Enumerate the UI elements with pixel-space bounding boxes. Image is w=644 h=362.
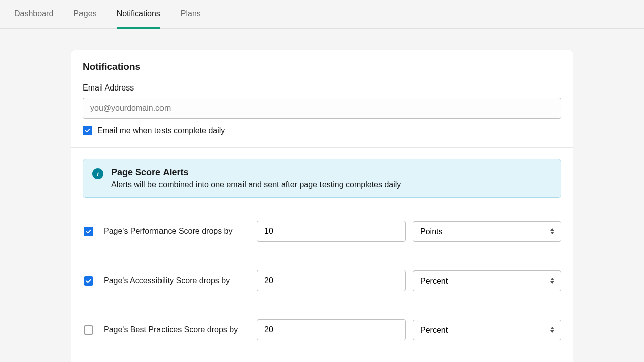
daily-email-label: Email me when tests complete daily xyxy=(97,126,225,135)
page-title: Notifications xyxy=(83,61,561,72)
performance-label: Page's Performance Score drops by xyxy=(104,227,250,236)
notifications-card: Notifications Email Address Email me whe… xyxy=(71,50,573,362)
best-practices-value-input[interactable] xyxy=(257,319,406,340)
accessibility-unit-select[interactable]: Percent xyxy=(413,270,561,291)
performance-unit-select[interactable]: Points xyxy=(413,221,561,242)
performance-checkbox[interactable] xyxy=(84,227,93,236)
email-field[interactable] xyxy=(83,98,561,119)
accessibility-label: Page's Accessibility Score drops by xyxy=(104,276,250,285)
best-practices-unit-select[interactable]: Percent xyxy=(413,320,561,340)
alert-row-performance: Page's Performance Score drops by Points xyxy=(83,221,561,242)
best-practices-label: Page's Best Practices Score drops by xyxy=(104,325,250,334)
banner-text: Alerts will be combined into one email a… xyxy=(111,180,401,189)
tab-dashboard[interactable]: Dashboard xyxy=(14,0,53,29)
accessibility-checkbox[interactable] xyxy=(84,276,93,286)
banner-title: Page Score Alerts xyxy=(111,167,401,178)
info-banner: i Page Score Alerts Alerts will be combi… xyxy=(83,159,561,198)
tab-notifications[interactable]: Notifications xyxy=(117,0,160,29)
tab-pages[interactable]: Pages xyxy=(73,0,96,29)
email-label: Email Address xyxy=(83,83,561,93)
accessibility-value-input[interactable] xyxy=(257,270,406,291)
performance-value-input[interactable] xyxy=(257,221,406,242)
nav-bar: Dashboard Pages Notifications Plans xyxy=(0,0,644,29)
daily-email-checkbox[interactable] xyxy=(83,126,92,135)
best-practices-checkbox[interactable] xyxy=(84,325,93,335)
tab-plans[interactable]: Plans xyxy=(181,0,201,29)
alert-row-best-practices: Page's Best Practices Score drops by Per… xyxy=(83,319,561,340)
alert-row-accessibility: Page's Accessibility Score drops by Perc… xyxy=(83,270,561,291)
info-icon: i xyxy=(92,168,103,179)
